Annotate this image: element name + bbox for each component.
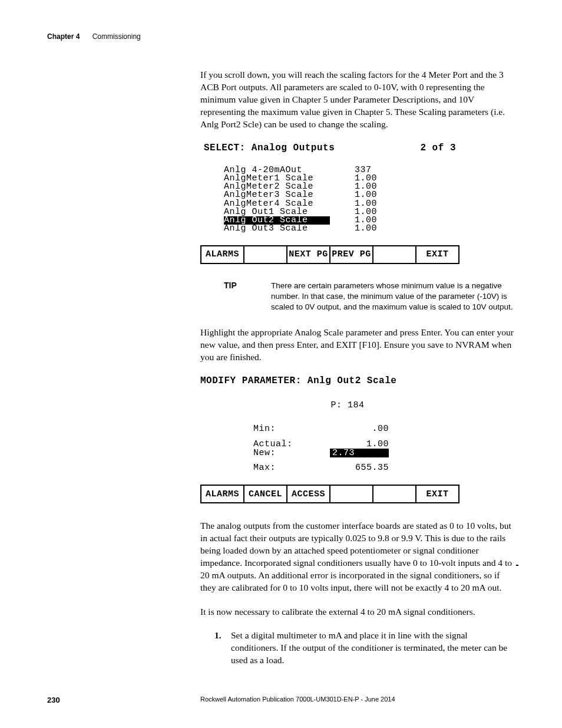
hmi2-title: MODIFY PARAMETER: Anlg Out2 Scale — [200, 375, 459, 386]
tip-callout: TIP There are certain parameters whose m… — [224, 281, 515, 313]
actual-label: Actual: — [253, 440, 330, 449]
hmi-select-screen: SELECT: Analog Outputs 2 of 3 Anlg 4-20m… — [200, 143, 459, 264]
new-label: New: — [253, 449, 330, 457]
hmi-title-left: SELECT: Analog Outputs — [204, 143, 335, 153]
max-value: 655.35 — [330, 461, 389, 475]
margin-tick-icon — [516, 565, 518, 566]
hmi2-fkey-row: ALARMS CANCEL ACCESS EXIT — [200, 485, 459, 503]
page-footer: 230 Rockwell Automation Publication 7000… — [47, 696, 515, 704]
actual-value: 1.00 — [330, 440, 389, 449]
fkey-empty — [244, 246, 287, 263]
hmi-page-indicator: 2 of 3 — [420, 143, 456, 153]
tip-label: TIP — [224, 281, 271, 313]
body-paragraph-3: The analog outputs from the customer int… — [200, 520, 515, 594]
step-1: 1. Set a digital multimeter to mA and pl… — [214, 630, 515, 667]
intro-paragraph-1: If you scroll down, you will reach the s… — [200, 69, 515, 131]
min-label: Min: — [253, 422, 330, 436]
hmi-param-list: Anlg 4-20mAOut337 AnlgMeter1 Scale1.00 A… — [224, 166, 459, 233]
page-header: Chapter 4 Commissioning — [47, 32, 515, 41]
fkey-access[interactable]: ACCESS — [287, 486, 330, 502]
max-label: Max: — [253, 461, 330, 475]
param-value: 1.00 — [330, 225, 377, 233]
param-label: Anlg Out3 Scale — [224, 225, 330, 233]
fkey-alarms[interactable]: ALARMS — [201, 486, 244, 502]
fkey-empty — [373, 246, 416, 263]
body-paragraph-4: It is now necessary to calibrate the ext… — [200, 606, 515, 618]
step-number: 1. — [214, 630, 231, 667]
hmi-fkey-row: ALARMS NEXT PG PREV PG EXIT — [200, 245, 459, 264]
fkey-empty — [330, 486, 373, 502]
fkey-exit[interactable]: EXIT — [416, 486, 458, 502]
min-value: .00 — [330, 422, 389, 436]
fkey-prev-pg[interactable]: PREV PG — [330, 246, 373, 263]
fkey-exit[interactable]: EXIT — [416, 246, 458, 263]
tip-text: There are certain parameters whose minim… — [271, 281, 515, 313]
step-text: Set a digital multimeter to mA and place… — [231, 630, 515, 667]
hmi2-param-id: P: 184 — [200, 400, 448, 410]
page-number: 230 — [47, 696, 200, 704]
hmi-modify-screen: MODIFY PARAMETER: Anlg Out2 Scale P: 184… — [200, 375, 459, 503]
chapter-title: Commissioning — [92, 32, 141, 41]
body-paragraph-2: Highlight the appropriate Analog Scale p… — [200, 327, 515, 364]
fkey-cancel[interactable]: CANCEL — [244, 486, 287, 502]
fkey-next-pg[interactable]: NEXT PG — [287, 246, 330, 263]
fkey-empty — [373, 486, 416, 502]
publication-info: Rockwell Automation Publication 7000L-UM… — [200, 696, 395, 704]
fkey-alarms[interactable]: ALARMS — [201, 246, 244, 263]
chapter-number: Chapter 4 — [47, 32, 80, 41]
new-value-input[interactable]: 2.73 — [330, 449, 389, 457]
